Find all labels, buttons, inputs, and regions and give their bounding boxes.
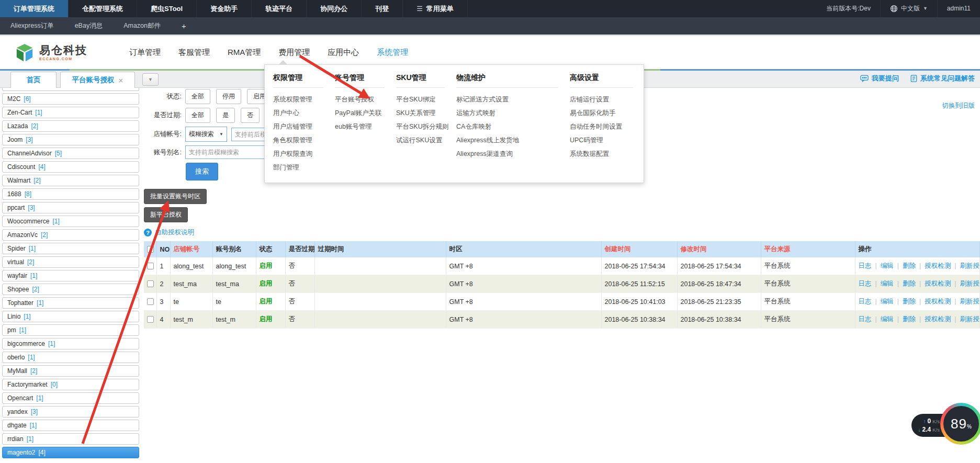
log-link[interactable]: 日志 bbox=[859, 298, 872, 305]
row-checkbox[interactable] bbox=[147, 280, 154, 287]
module-nav-item[interactable]: 费用管理 bbox=[274, 44, 314, 61]
expired-no-button[interactable]: 否 bbox=[241, 108, 260, 123]
message-tab[interactable]: eBay消息 bbox=[64, 17, 114, 35]
menu-item[interactable]: 易仓国际化助手 bbox=[570, 106, 645, 120]
module-nav-item[interactable]: 应用中心 bbox=[323, 44, 363, 61]
menu-item[interactable]: 系统权限管理 bbox=[273, 93, 335, 106]
auth-check-link[interactable]: 授权检测 bbox=[916, 315, 951, 323]
top-system-tab[interactable]: 订单管理系统 bbox=[0, 0, 69, 17]
platform-list-item[interactable]: Opencart [1] bbox=[2, 392, 139, 404]
platform-list-item[interactable]: Walmart [2] bbox=[2, 175, 139, 186]
menu-item[interactable]: 试运行SKU设置 bbox=[396, 133, 456, 147]
menu-item[interactable]: 系统数据配置 bbox=[570, 147, 645, 161]
column-header[interactable]: 创建时间 bbox=[601, 241, 677, 257]
platform-list-item[interactable]: rrdian [1] bbox=[2, 433, 139, 445]
platform-list-item[interactable]: Shopee [2] bbox=[2, 284, 139, 295]
menu-item[interactable]: 店铺运行设置 bbox=[570, 93, 645, 106]
delete-link[interactable]: 删除 bbox=[894, 315, 916, 323]
log-link[interactable]: 日志 bbox=[859, 315, 872, 323]
edit-link[interactable]: 编辑 bbox=[872, 298, 894, 305]
menu-item[interactable]: 自动任务时间设置 bbox=[570, 120, 645, 133]
log-link[interactable]: 日志 bbox=[859, 280, 872, 287]
ask-question-link[interactable]: 我要提问 bbox=[860, 74, 899, 83]
column-header[interactable]: 操作 bbox=[855, 241, 980, 257]
menu-item[interactable]: 部门管理 bbox=[273, 161, 335, 174]
tab-list-dropdown[interactable]: ▼ bbox=[142, 73, 159, 86]
platform-list-item[interactable]: yandex [3] bbox=[2, 406, 139, 417]
platform-list-item[interactable]: dhgate [1] bbox=[2, 420, 139, 431]
top-system-tab[interactable]: 资金助手 bbox=[197, 0, 252, 17]
column-header[interactable]: 状态 bbox=[256, 241, 285, 257]
status-disabled-button[interactable]: 停用 bbox=[216, 89, 241, 104]
menu-item[interactable]: PayPal账户关联 bbox=[335, 106, 396, 120]
platform-list-item[interactable]: Joom [3] bbox=[2, 134, 139, 145]
match-mode-select[interactable]: 模糊搜索 ▼ bbox=[185, 127, 227, 142]
row-checkbox[interactable] bbox=[147, 263, 154, 269]
platform-list-item[interactable]: pm [1] bbox=[2, 324, 139, 336]
top-system-tab[interactable]: 仓配管理系统 bbox=[69, 0, 137, 17]
platform-list-item[interactable]: Lazada [2] bbox=[2, 120, 139, 132]
menu-item[interactable]: 用户权限查询 bbox=[273, 147, 335, 161]
expired-yes-button[interactable]: 是 bbox=[216, 108, 235, 123]
auth-check-link[interactable]: 授权检测 bbox=[916, 298, 951, 305]
delete-link[interactable]: 删除 bbox=[894, 262, 916, 269]
column-header[interactable]: 是否过期 bbox=[285, 241, 314, 257]
menu-item[interactable]: UPC码管理 bbox=[570, 133, 645, 147]
column-header[interactable]: 时区 bbox=[446, 241, 601, 257]
platform-list-item[interactable]: Zen-Cart [1] bbox=[2, 107, 139, 118]
platform-list-item[interactable]: magento2 [4] bbox=[2, 447, 139, 458]
edit-link[interactable]: 编辑 bbox=[872, 280, 894, 287]
auth-help-link[interactable]: 自助授权说明 bbox=[155, 228, 194, 237]
menu-item[interactable]: CA仓库映射 bbox=[456, 120, 570, 133]
menu-item[interactable]: 运输方式映射 bbox=[456, 106, 570, 120]
menu-item[interactable]: Aliexpress线上发货地 bbox=[456, 133, 570, 147]
module-nav-item[interactable]: RMA管理 bbox=[223, 44, 265, 61]
current-user[interactable]: admin11 bbox=[937, 0, 980, 17]
column-header[interactable]: 平台来源 bbox=[761, 241, 855, 257]
module-nav-item[interactable]: 系统管理 bbox=[373, 44, 412, 61]
platform-list-item[interactable]: oberlo [1] bbox=[2, 352, 139, 363]
top-system-tab[interactable]: 协同办公 bbox=[307, 0, 362, 17]
memory-percent-ring[interactable]: 89 % bbox=[940, 403, 980, 445]
platform-list-item[interactable]: Factorymarket [0] bbox=[2, 379, 139, 390]
menu-item[interactable]: 平台账号授权 bbox=[335, 93, 396, 106]
close-icon[interactable]: × bbox=[119, 76, 123, 85]
column-header[interactable]: 账号别名 bbox=[212, 241, 256, 257]
platform-list-item[interactable]: Woocommerce [1] bbox=[2, 216, 139, 227]
platform-list-item[interactable]: Spider [1] bbox=[2, 243, 139, 254]
column-header[interactable]: NO. bbox=[156, 241, 170, 257]
platform-list-item[interactable]: virtual [2] bbox=[2, 256, 139, 268]
column-header[interactable]: 修改时间 bbox=[677, 241, 761, 257]
refresh-auth-link[interactable]: 刷新授权 bbox=[951, 280, 979, 287]
message-tab[interactable]: Aliexpress订单 bbox=[0, 17, 64, 35]
tab-platform-auth[interactable]: 平台账号授权 × bbox=[60, 72, 135, 88]
refresh-auth-link[interactable]: 刷新授权 bbox=[951, 298, 979, 305]
delete-link[interactable]: 删除 bbox=[894, 298, 916, 305]
top-system-tab[interactable]: 刊登 bbox=[362, 0, 403, 17]
auth-check-link[interactable]: 授权检测 bbox=[916, 280, 951, 287]
platform-list-item[interactable]: Tophatter [1] bbox=[2, 297, 139, 309]
menu-item[interactable]: 用户店铺管理 bbox=[273, 120, 335, 133]
menu-item[interactable]: 标记派送方式设置 bbox=[456, 93, 570, 106]
platform-list-item[interactable]: bigcommerce [1] bbox=[2, 338, 139, 349]
row-checkbox[interactable] bbox=[147, 316, 154, 323]
platform-list-item[interactable]: Cdiscount [4] bbox=[2, 161, 139, 173]
platform-list-item[interactable]: ppcart [3] bbox=[2, 202, 139, 213]
tab-home[interactable]: 首页 bbox=[10, 72, 57, 88]
common-menu-button[interactable]: ☰常用菜单 bbox=[403, 0, 468, 17]
platform-list-item[interactable]: MyMall [2] bbox=[2, 365, 139, 377]
top-system-tab[interactable]: 爬虫STool bbox=[137, 0, 197, 17]
menu-item[interactable]: 平台SKU拆分规则 bbox=[396, 120, 456, 133]
platform-list-item[interactable]: 1688 [8] bbox=[2, 188, 139, 200]
add-tab-button[interactable]: + bbox=[171, 17, 197, 35]
edit-link[interactable]: 编辑 bbox=[872, 262, 894, 269]
auth-check-link[interactable]: 授权检测 bbox=[916, 262, 951, 269]
menu-item[interactable]: SKU关系管理 bbox=[396, 106, 456, 120]
menu-item[interactable]: 平台SKU绑定 bbox=[396, 93, 456, 106]
expired-all-button[interactable]: 全部 bbox=[185, 108, 210, 123]
platform-list-item[interactable]: wayfair [1] bbox=[2, 270, 139, 281]
language-switcher[interactable]: 中文版 ▼ bbox=[880, 0, 937, 17]
top-system-tab[interactable]: 轨迹平台 bbox=[252, 0, 307, 17]
menu-item[interactable]: 用户中心 bbox=[273, 106, 335, 120]
menu-item[interactable]: 角色权限管理 bbox=[273, 133, 335, 147]
